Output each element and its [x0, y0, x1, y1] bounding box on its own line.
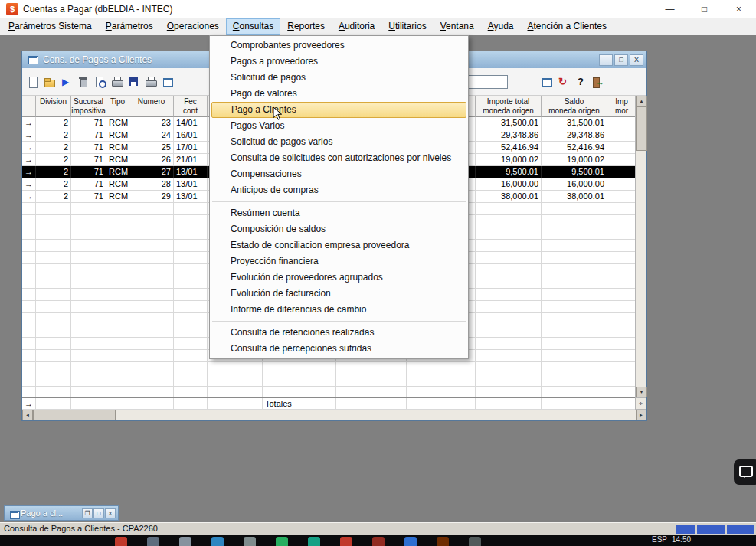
exit-button[interactable] — [590, 74, 605, 90]
grid-cell[interactable]: 19,000.02 — [542, 154, 607, 166]
grid-cell[interactable]: 24 — [129, 129, 174, 142]
grid-cell[interactable]: 2 — [36, 154, 71, 166]
taskbar-app-icon[interactable] — [244, 537, 256, 546]
taskbar-clock[interactable]: 14:50 — [672, 535, 691, 544]
horizontal-scrollbar-thumb[interactable] — [33, 410, 116, 420]
grid-cell[interactable]: RCM — [106, 117, 129, 129]
grid-cell[interactable]: 71 — [71, 154, 106, 166]
menu-item-informe-de-diferencias-de-cambio[interactable]: Informe de diferencias de cambio — [211, 302, 466, 318]
grid-cell[interactable]: 25 — [129, 142, 174, 154]
taskbar-app-icon[interactable] — [340, 537, 352, 546]
run-button[interactable] — [59, 74, 74, 90]
grid-cell[interactable]: 38,000.01 — [476, 191, 542, 203]
taskbar-app-icon[interactable] — [211, 537, 224, 546]
grid-cell[interactable] — [607, 117, 635, 129]
menubar-item-utilitarios[interactable]: Utilitarios — [381, 18, 433, 35]
menubar-item-atencion-a-clientes[interactable]: Atención a Clientes — [521, 18, 614, 35]
grid-cell[interactable] — [607, 166, 635, 178]
grid-cell[interactable]: 13/01 — [174, 178, 208, 191]
taskbar-app-icon[interactable] — [404, 537, 417, 546]
taskbar-app-icon[interactable] — [469, 537, 481, 546]
menu-item-pago-a-clientes[interactable]: Pago a Clientes — [211, 102, 466, 118]
child-close-button[interactable]: X — [630, 54, 643, 66]
menu-item-resumen-cuenta[interactable]: Resúmen cuenta — [211, 205, 466, 221]
preview-button[interactable] — [93, 74, 108, 90]
table-button[interactable] — [539, 74, 555, 90]
grid-cell[interactable]: 52,416.94 — [542, 142, 607, 154]
print-button[interactable] — [110, 74, 125, 90]
grid-cell[interactable]: 16/01 — [174, 129, 208, 142]
scroll-down-icon[interactable] — [636, 387, 647, 397]
menu-item-pago-de-valores[interactable]: Pago de valores — [211, 86, 466, 102]
folder-button[interactable] — [42, 74, 57, 90]
scroll-up-icon[interactable] — [636, 96, 647, 106]
menubar-item-consultas[interactable]: Consultas — [226, 18, 280, 35]
horizontal-scrollbar[interactable] — [22, 410, 646, 420]
scroll-right-icon[interactable] — [636, 410, 646, 420]
grid-cell[interactable]: 71 — [71, 142, 106, 154]
grid-cell[interactable]: 2 — [36, 117, 71, 129]
grid-cell[interactable]: RCM — [106, 166, 129, 178]
grid-cell[interactable]: 29 — [129, 191, 174, 203]
menu-item-solicitud-de-pagos[interactable]: Solicitud de pagos — [211, 70, 466, 86]
menu-item-consulta-de-percepciones-sufridas[interactable]: Consulta de percepciones sufridas — [211, 341, 466, 357]
menubar-item-reportes[interactable]: Reportes — [280, 18, 332, 35]
grid-cell[interactable]: 27 — [129, 166, 174, 178]
export-button[interactable] — [160, 74, 175, 90]
grid-cell[interactable]: 16,000.00 — [476, 178, 542, 191]
menu-item-proyeccion-financiera[interactable]: Proyección financiera — [211, 253, 466, 270]
min-restore-button[interactable]: ❐ — [82, 508, 93, 518]
grid-cell[interactable]: 17/01 — [174, 142, 208, 154]
maximize-button[interactable]: □ — [687, 0, 722, 18]
grid-cell[interactable]: 9,500.01 — [476, 166, 542, 178]
grid-cell[interactable]: 21/01 — [174, 154, 208, 166]
close-button[interactable]: × — [722, 0, 756, 18]
menu-item-consulta-de-retenciones-realizadas[interactable]: Consulta de retenciones realizadas — [211, 325, 466, 341]
grid-cell[interactable]: 52,416.94 — [476, 142, 542, 154]
taskbar-language[interactable]: ESP — [652, 535, 667, 544]
min-close-button[interactable]: X — [105, 508, 116, 518]
grid-cell[interactable]: RCM — [106, 142, 129, 154]
child-minimize-button[interactable]: – — [599, 54, 613, 66]
grid-cell[interactable]: 2 — [36, 191, 71, 203]
taskbar-app-icon[interactable] — [308, 537, 320, 546]
grid-cell[interactable] — [607, 154, 635, 166]
refresh-button[interactable] — [556, 74, 571, 90]
menu-item-evolucion-de-facturacion[interactable]: Evolución de facturacion — [211, 286, 466, 302]
menu-item-estado-de-conciliacion-empresa-proveedora[interactable]: Estado de conciliacion empresa proveedor… — [211, 237, 466, 253]
grid-cell[interactable]: 28 — [129, 178, 174, 191]
menu-item-pagos-varios[interactable]: Pagos Varios — [211, 118, 466, 134]
grid-cell[interactable]: 29,348.86 — [542, 129, 607, 142]
scroll-left-icon[interactable] — [22, 410, 33, 420]
menubar-item-parametros[interactable]: Parámetros — [99, 18, 160, 35]
grid-cell[interactable]: 23 — [129, 117, 174, 129]
menubar-item-auditoria[interactable]: Auditoria — [332, 18, 381, 35]
menu-item-solicitud-de-pagos-varios[interactable]: Solicitud de pagos varios — [211, 134, 466, 150]
menubar-item-operaciones[interactable]: Operaciones — [160, 18, 226, 35]
taskbar-app-icon[interactable] — [437, 537, 449, 546]
grid-cell[interactable] — [607, 178, 635, 191]
grid-cell[interactable]: 13/01 — [174, 191, 208, 203]
menu-item-compensaciones[interactable]: Compensaciones — [211, 166, 466, 182]
vertical-scrollbar[interactable] — [635, 96, 646, 397]
minimized-window-pago[interactable]: Pago a cl... ❐ □ X — [4, 505, 119, 521]
screen-overlay-widget[interactable] — [734, 459, 756, 485]
minimize-button[interactable]: — — [653, 0, 687, 18]
taskbar-app-icon[interactable] — [115, 537, 127, 546]
grid-cell[interactable]: RCM — [106, 191, 129, 203]
grid-cell[interactable]: 29,348.86 — [476, 129, 542, 142]
grid-cell[interactable]: 38,000.01 — [542, 191, 607, 203]
grid-cell[interactable]: 19,000.02 — [476, 154, 542, 166]
grid-cell[interactable]: 26 — [129, 154, 174, 166]
taskbar-app-icon[interactable] — [276, 537, 288, 546]
min-maximize-button[interactable]: □ — [93, 508, 104, 518]
save-button[interactable] — [126, 74, 142, 90]
new-document-button[interactable] — [25, 74, 41, 90]
menu-item-anticipos-de-compras[interactable]: Anticipos de compras — [211, 182, 466, 198]
grid-cell[interactable]: 71 — [71, 191, 106, 203]
menubar-item-parametros-sistema[interactable]: Parámetros Sistema — [2, 18, 99, 35]
grid-cell[interactable]: 16,000.00 — [542, 178, 607, 191]
grid-cell[interactable]: 9,500.01 — [542, 166, 607, 178]
menu-item-consulta-de-solicitudes-con-autorizaciones-por-niveles[interactable]: Consulta de solicitudes con autorizacion… — [211, 150, 466, 166]
menu-item-composicion-de-saldos[interactable]: Composición de saldos — [211, 221, 466, 237]
